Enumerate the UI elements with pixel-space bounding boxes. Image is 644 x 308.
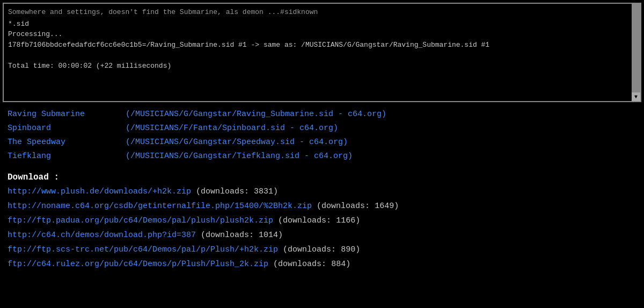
download-count: (downloads: 1014) [201, 231, 283, 240]
scrollbar-down-arrow[interactable]: ▼ [632, 92, 640, 101]
download-count: (downloads: 890) [283, 245, 360, 254]
track-path: (/MUSICIANS/G/Gangstar/Tiefklang.sid - c… [126, 150, 353, 163]
terminal-header-line: Somewhere and settings, doesn't find the… [8, 7, 636, 18]
download-link[interactable]: ftp://c64.rulez.org/pub/c64/Demos/p/Plus… [8, 260, 268, 269]
download-count: (downloads: 1649) [317, 202, 399, 211]
download-count: (downloads: 3831) [196, 187, 278, 196]
terminal-scrollbar[interactable]: ▼ [632, 4, 640, 101]
terminal-processing-line: Processing... [8, 29, 636, 40]
download-link[interactable]: ftp://ftp.padua.org/pub/c64/Demos/pal/pl… [8, 216, 273, 225]
track-item: Raving Submarine (/MUSICIANS/G/Gangstar/… [8, 108, 636, 121]
download-link[interactable]: ftp://ftp.scs-trc.net/pub/c64/Demos/pal/… [8, 245, 278, 254]
content-section: Raving Submarine (/MUSICIANS/G/Gangstar/… [0, 105, 644, 276]
download-section: Download : http://www.plush.de/downloads… [8, 173, 636, 271]
download-link[interactable]: http://noname.c64.org/csdb/getinternalfi… [8, 202, 312, 211]
track-path: (/MUSICIANS/F/Fanta/Spinboard.sid - c64.… [126, 122, 338, 135]
terminal-box: Somewhere and settings, doesn't find the… [3, 3, 641, 102]
terminal-sid-line: *.sid [8, 19, 636, 30]
track-item: Tiefklang (/MUSICIANS/G/Gangstar/Tiefkla… [8, 150, 636, 163]
track-name-speedway[interactable]: The Speedway [8, 136, 126, 149]
download-item: http://www.plush.de/downloads/+h2k.zip (… [8, 185, 636, 198]
download-link[interactable]: http://c64.ch/demos/download.php?id=387 [8, 231, 196, 240]
download-link[interactable]: http://www.plush.de/downloads/+h2k.zip [8, 187, 191, 196]
download-count: (downloads: 884) [273, 260, 350, 269]
download-item: ftp://ftp.scs-trc.net/pub/c64/Demos/pal/… [8, 243, 636, 256]
track-item: Spinboard (/MUSICIANS/F/Fanta/Spinboard.… [8, 122, 636, 135]
terminal-time-line: Total time: 00:00:02 (+22 milliseconds) [8, 61, 636, 71]
track-name[interactable]: Raving Submarine [8, 108, 126, 121]
download-item: ftp://ftp.padua.org/pub/c64/Demos/pal/pl… [8, 214, 636, 227]
track-name[interactable]: Spinboard [8, 122, 126, 135]
track-list: Raving Submarine (/MUSICIANS/G/Gangstar/… [8, 108, 636, 163]
download-item: ftp://c64.rulez.org/pub/c64/Demos/p/Plus… [8, 258, 636, 271]
download-item: http://noname.c64.org/csdb/getinternalfi… [8, 200, 636, 213]
download-title: Download : [8, 173, 636, 182]
track-name[interactable]: Tiefklang [8, 150, 126, 163]
download-count: (downloads: 1166) [278, 216, 360, 225]
track-item: The Speedway (/MUSICIANS/G/Gangstar/Spee… [8, 136, 636, 149]
track-path: (/MUSICIANS/G/Gangstar/Speedway.sid - c6… [126, 136, 348, 149]
download-item: http://c64.ch/demos/download.php?id=387 … [8, 229, 636, 242]
terminal-empty-line [8, 50, 636, 61]
track-path: (/MUSICIANS/G/Gangstar/Raving_Submarine.… [126, 108, 386, 121]
terminal-hash-line: 178fb7106bbdcefedafdcf6cc6e0c1b5=/Raving… [8, 40, 636, 51]
